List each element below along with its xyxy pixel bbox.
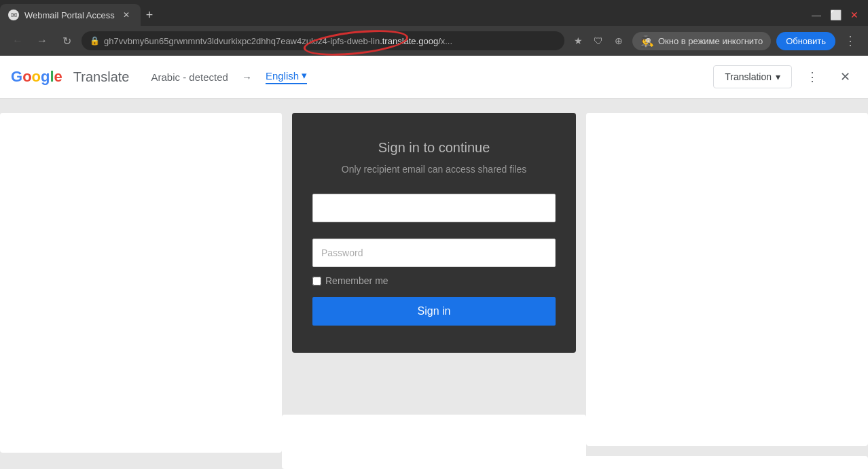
address-bar: ← → ↻ 🔒 gh7vvbmy6un65grwnmntv3ldvurkixpc… — [0, 26, 868, 56]
chrome-menu-button[interactable]: ⋮ — [841, 31, 860, 50]
translate-more-button[interactable]: ⋮ — [800, 65, 825, 89]
url-text-suffix: x... — [441, 36, 452, 46]
minimize-button[interactable]: — — [808, 7, 825, 23]
remember-me-row: Remember me — [312, 275, 556, 286]
close-button[interactable]: ✕ — [846, 7, 863, 23]
tab-title: Webmail Portal Access — [24, 10, 115, 20]
translate-label: Translate — [73, 69, 130, 85]
tab-bar: ✉ Webmail Portal Access ✕ + — ⬜ ✕ — [0, 0, 868, 26]
remember-me-label: Remember me — [325, 275, 388, 286]
password-input[interactable] — [312, 239, 556, 267]
maximize-button[interactable]: ⬜ — [827, 7, 844, 23]
email-field-wrapper — [312, 194, 556, 230]
tab-close-button[interactable]: ✕ — [120, 9, 132, 21]
bg-panel-right — [586, 113, 868, 446]
google-logo: Google — [11, 68, 62, 86]
translation-button[interactable]: Translation ▾ — [713, 65, 792, 88]
bg-panel-left — [0, 113, 282, 453]
translation-dropdown-icon: ▾ — [776, 71, 780, 82]
translate-close-button[interactable]: ✕ — [833, 65, 857, 89]
incognito-label: Окно в режиме инкогнито — [658, 36, 763, 46]
url-text-highlighted: .translate.goog/ — [380, 36, 441, 46]
incognito-badge: 🕵 Окно в режиме инкогнито — [632, 32, 771, 50]
shield-icon[interactable]: 🛡 — [590, 33, 607, 49]
target-language-button[interactable]: English ▾ — [266, 69, 307, 84]
bg-panel-bottom — [282, 415, 586, 469]
form-subtitle: Only recipient email can access shared f… — [342, 164, 526, 175]
remember-me-checkbox[interactable] — [312, 277, 321, 285]
target-lang-dropdown-icon: ▾ — [302, 69, 307, 82]
form-title: Sign in to continue — [378, 140, 490, 156]
url-text-prefix: gh7vvbmy6un65grwnmntv3ldvurkixpc2dhhq7ea… — [104, 36, 380, 46]
reload-button[interactable]: ↻ — [57, 31, 76, 50]
source-language: Arabic - detected — [151, 71, 228, 83]
forward-button[interactable]: → — [33, 31, 52, 50]
email-input[interactable] — [312, 194, 556, 222]
active-tab[interactable]: ✉ Webmail Portal Access ✕ — [0, 4, 141, 26]
translate-page-icon[interactable]: ⊕ — [611, 33, 627, 49]
lock-icon: 🔒 — [90, 36, 100, 46]
update-button[interactable]: Обновить — [776, 32, 835, 50]
language-arrow: → — [242, 71, 252, 83]
new-tab-button[interactable]: + — [141, 4, 159, 26]
page-content: Sign in to continue Only recipient email… — [0, 99, 868, 469]
sign-in-button[interactable]: Sign in — [312, 297, 556, 326]
incognito-icon: 🕵 — [640, 35, 654, 48]
tab-controls: — ⬜ ✕ — [803, 4, 868, 26]
tab-favicon: ✉ — [8, 10, 19, 20]
back-button[interactable]: ← — [8, 31, 27, 50]
bg-panel-right-bottom — [576, 456, 868, 469]
login-form: Sign in to continue Only recipient email… — [292, 113, 576, 353]
translate-toolbar: Google Translate Arabic - detected → Eng… — [0, 56, 868, 99]
url-bar[interactable]: 🔒 gh7vvbmy6un65grwnmntv3ldvurkixpc2dhhq7… — [82, 31, 564, 50]
address-bar-icons: ★ 🛡 ⊕ — [570, 33, 627, 49]
bookmark-star-icon[interactable]: ★ — [570, 33, 586, 49]
browser-frame: ✉ Webmail Portal Access ✕ + — ⬜ ✕ ← → ↻ … — [0, 0, 868, 469]
